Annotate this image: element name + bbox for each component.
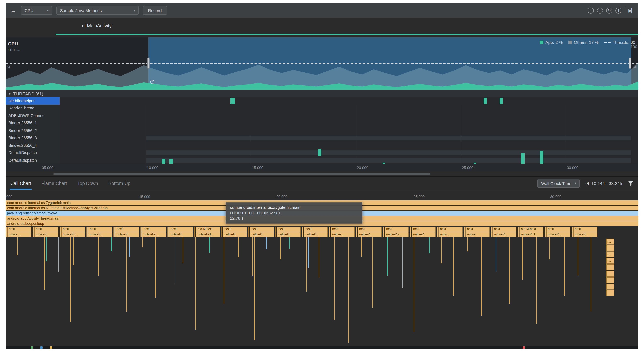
subcall-line[interactable]	[468, 237, 468, 252]
subcall-line[interactable]	[129, 237, 130, 257]
call-block[interactable]	[606, 290, 614, 296]
thread-row[interactable]: pie.bilndhelper	[6, 97, 638, 104]
thread-label[interactable]: pie.bilndhelper	[6, 97, 60, 104]
selection-handle-left[interactable]	[147, 58, 150, 69]
subcall-line[interactable]	[481, 237, 482, 316]
subcall-line[interactable]	[254, 237, 255, 340]
subcall-line[interactable]	[238, 237, 239, 258]
thread-row[interactable]: DefaultDispatch	[6, 149, 638, 156]
subcall-line[interactable]	[429, 237, 430, 254]
selection-handle-right[interactable]	[629, 58, 631, 69]
tab-flame-chart[interactable]: Flame Chart	[42, 181, 67, 186]
thread-activity-block[interactable]	[474, 162, 476, 164]
call-block[interactable]: next	[250, 227, 274, 232]
subcall-line[interactable]	[224, 237, 224, 304]
subcall-line[interactable]	[280, 237, 281, 260]
subcall-line[interactable]	[564, 237, 565, 296]
thread-timeline[interactable]	[60, 142, 638, 149]
subcall-line[interactable]	[209, 237, 210, 252]
threads-section-header[interactable]: ▾ THREADS (61)	[6, 90, 638, 97]
thread-activity-block[interactable]	[162, 159, 165, 164]
call-block[interactable]	[606, 264, 614, 270]
call-block[interactable]: nativeP...	[34, 232, 58, 237]
subcall-line[interactable]	[155, 237, 156, 298]
subcall-line[interactable]	[174, 237, 176, 284]
call-block[interactable]: next	[412, 227, 436, 232]
thread-activity-block[interactable]	[540, 151, 544, 164]
call-block[interactable]: nativeP...	[492, 232, 516, 237]
call-block[interactable]: nativePoll...	[519, 232, 544, 237]
call-block[interactable]: nativ...	[438, 232, 462, 237]
call-block[interactable]: a.o.M.next	[196, 227, 220, 232]
thread-activity-block[interactable]	[318, 149, 322, 156]
subcall-line[interactable]	[453, 237, 454, 296]
subcall-line[interactable]	[414, 237, 414, 332]
thread-label[interactable]: Binder:26556_4	[6, 142, 60, 149]
thread-timeline[interactable]	[60, 149, 638, 156]
call-block[interactable]: next	[34, 227, 58, 232]
call-block[interactable]: next	[277, 227, 301, 232]
thread-timeline[interactable]	[60, 127, 638, 134]
thread-timeline[interactable]	[60, 112, 638, 119]
thread-activity-block[interactable]	[484, 98, 487, 104]
call-block[interactable]: nativePo...	[384, 232, 409, 237]
call-block[interactable]	[606, 245, 614, 251]
call-block[interactable]: next	[492, 227, 516, 232]
subcall-line[interactable]	[536, 237, 536, 324]
call-block[interactable]: native...	[7, 232, 32, 237]
subcall-line[interactable]	[402, 237, 403, 288]
cpu-usage-chart[interactable]: CPU 100 % 50 100 50 App: 2 % Others: 17 …	[6, 38, 638, 90]
call-block[interactable]: next	[573, 227, 597, 232]
zoom-out-icon[interactable]: −	[588, 8, 594, 14]
call-block[interactable]: nativeP...	[250, 232, 274, 237]
recording-config-dropdown[interactable]: Sample Java Methods ▾	[56, 6, 139, 15]
subcall-line[interactable]	[182, 237, 184, 264]
call-block[interactable]: next	[466, 227, 490, 232]
thread-label[interactable]: RenderThread	[6, 104, 60, 112]
thread-timeline[interactable]	[60, 119, 638, 127]
call-block[interactable]: next	[88, 227, 112, 232]
subcall-line[interactable]	[496, 237, 496, 272]
thread-row[interactable]: DefaultDispatch	[6, 156, 638, 164]
call-block[interactable]: next	[546, 227, 570, 232]
thread-row[interactable]: Binder:26556_1	[6, 119, 638, 127]
zoom-in-icon[interactable]: +	[597, 8, 603, 14]
thread-activity-block[interactable]	[382, 162, 385, 164]
call-block[interactable]: nativePol...	[196, 232, 220, 237]
call-block[interactable]: nativeP...	[223, 232, 247, 237]
subcall-line[interactable]	[58, 237, 59, 272]
scrollbar-thumb[interactable]	[54, 172, 430, 176]
call-block[interactable]: nativeP...	[115, 232, 139, 237]
call-block[interactable]: nativeP...	[358, 232, 382, 237]
subcall-line[interactable]	[98, 237, 99, 276]
call-block[interactable]: next	[142, 227, 166, 232]
call-block[interactable]: nativeP...	[573, 232, 597, 237]
thread-label[interactable]: Binder:26556_3	[6, 134, 60, 142]
filter-icon[interactable]	[628, 180, 634, 186]
tab-top-down[interactable]: Top Down	[78, 181, 98, 186]
call-block[interactable]: next	[169, 227, 193, 232]
subcall-line[interactable]	[252, 237, 252, 276]
call-block[interactable]: next	[7, 227, 32, 232]
call-block[interactable]: next	[331, 227, 355, 232]
thread-activity-block[interactable]	[230, 98, 235, 104]
thread-row[interactable]: ADB-JDWP Connec	[6, 112, 638, 119]
subcall-line[interactable]	[126, 237, 127, 312]
thread-label[interactable]: Binder:26556_2	[6, 127, 60, 134]
zoom-to-selection-icon[interactable]: !	[616, 8, 622, 14]
call-block[interactable]: native...	[331, 232, 355, 237]
subcall-line[interactable]	[372, 237, 373, 308]
subcall-line[interactable]	[387, 237, 388, 276]
call-block[interactable]	[606, 284, 614, 290]
thread-timeline[interactable]	[60, 156, 638, 164]
thread-activity-block[interactable]	[169, 159, 173, 164]
call-block[interactable]: next	[384, 227, 409, 232]
subcall-line[interactable]	[111, 237, 112, 252]
thread-label[interactable]: DefaultDispatch	[6, 156, 60, 164]
call-block[interactable]: next	[61, 227, 85, 232]
call-block[interactable]: native...	[466, 232, 490, 237]
call-block[interactable]: nativePo...	[61, 232, 85, 237]
thread-row[interactable]: RenderThread	[6, 104, 638, 112]
call-block[interactable]: nativeP...	[546, 232, 570, 237]
subcall-line[interactable]	[318, 237, 320, 278]
